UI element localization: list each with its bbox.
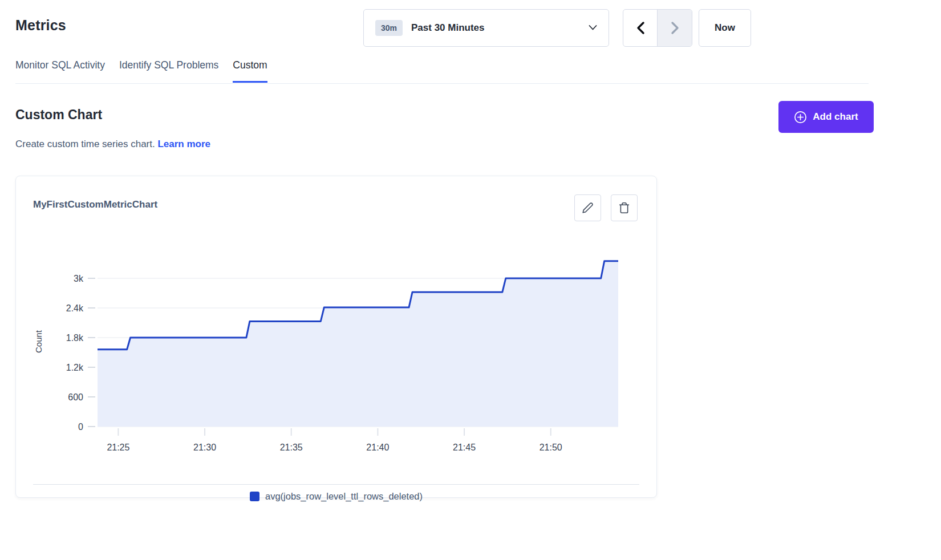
svg-text:Count: Count [34,330,43,353]
svg-text:21:25: 21:25 [107,443,129,452]
svg-text:21:45: 21:45 [453,443,476,452]
chevron-down-icon [589,23,597,33]
legend-series-label: avg(jobs_row_level_ttl_rows_deleted) [265,491,423,502]
tabs-divider [15,83,869,84]
tab-monitor-sql-activity[interactable]: Monitor SQL Activity [15,59,105,83]
svg-text:1.8k: 1.8k [66,333,84,343]
now-button[interactable]: Now [699,9,751,47]
svg-text:0: 0 [78,422,83,432]
learn-more-link[interactable]: Learn more [157,139,210,149]
chart-title: MyFirstCustomMetricChart [33,199,157,210]
svg-text:21:50: 21:50 [540,443,562,452]
section-title: Custom Chart [15,107,102,123]
svg-text:21:40: 21:40 [366,443,389,452]
previous-time-window-button[interactable] [623,10,658,46]
custom-chart-plot: 06001.2k1.8k2.4k3k21:2521:3021:3521:4021… [16,228,658,456]
section-subtitle: Create custom time series chart. Learn m… [15,139,210,150]
time-window-arrows [623,9,692,47]
custom-chart-card: MyFirstCustomMetricChart 06001.2k1.8k2.4… [15,176,657,498]
legend-divider [33,484,639,485]
legend-color-swatch [250,492,259,501]
tab-identify-sql-problems[interactable]: Identify SQL Problems [119,59,218,83]
add-chart-button[interactable]: Add chart [778,101,874,133]
chart-actions [574,194,638,221]
svg-text:1.2k: 1.2k [66,363,84,372]
time-range-label: Past 30 Minutes [411,22,485,34]
chart-legend: avg(jobs_row_level_ttl_rows_deleted) [16,491,656,502]
trash-icon [618,202,630,214]
svg-text:2.4k: 2.4k [66,303,84,313]
metrics-tabs: Monitor SQL Activity Identify SQL Proble… [15,59,267,83]
delete-chart-button[interactable] [611,194,638,221]
svg-text:600: 600 [68,392,83,402]
edit-chart-button[interactable] [574,194,601,221]
svg-text:3k: 3k [74,274,84,283]
page-title: Metrics [15,17,66,34]
tab-custom[interactable]: Custom [233,59,267,83]
pencil-icon [582,202,594,214]
subtitle-text: Create custom time series chart. [15,139,155,149]
circle-plus-icon [794,111,807,124]
time-range-picker[interactable]: 30m Past 30 Minutes [363,9,609,47]
next-time-window-button[interactable] [658,10,692,46]
add-chart-label: Add chart [813,111,858,123]
svg-text:21:35: 21:35 [280,443,303,452]
time-range-badge: 30m [375,20,403,36]
svg-text:21:30: 21:30 [193,443,216,452]
